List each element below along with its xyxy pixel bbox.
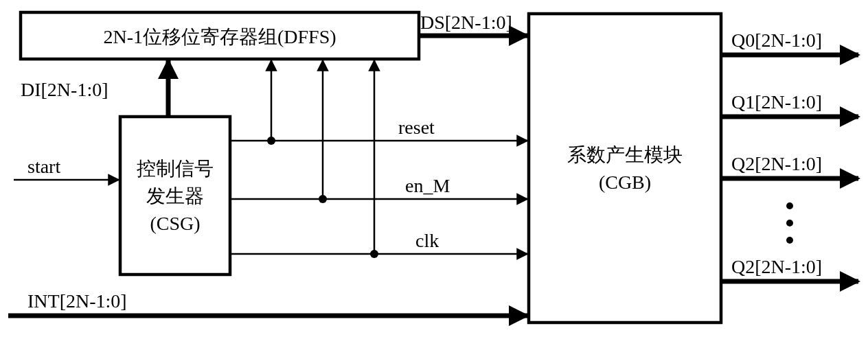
label-start: start: [27, 156, 60, 177]
block-cgb-label2: (CGB): [599, 172, 651, 193]
ellipsis-dot: [786, 220, 793, 226]
block-csg-label1: 控制信号: [137, 158, 214, 179]
block-cgb-label1: 系数产生模块: [567, 144, 683, 165]
label-enm: en_M: [405, 175, 450, 196]
ellipsis-dot: [786, 202, 793, 209]
block-csg-label3: (CSG): [150, 213, 200, 234]
block-cgb: [529, 14, 721, 323]
label-reset: reset: [398, 117, 435, 138]
label-q1: Q1[2N-1:0]: [731, 91, 822, 113]
label-q2b: Q2[2N-1:0]: [731, 256, 822, 277]
label-q2a: Q2[2N-1:0]: [731, 153, 822, 174]
ellipsis-dot: [786, 237, 793, 244]
label-di: DI[2N-1:0]: [21, 79, 108, 100]
block-dffs-label: 2N-1位移位寄存器组(DFFS): [103, 26, 336, 47]
label-ds: DS[2N-1:0]: [420, 12, 512, 33]
label-clk: clk: [415, 230, 439, 251]
label-q0: Q0[2N-1:0]: [731, 30, 822, 51]
label-int: INT[2N-1:0]: [27, 290, 127, 312]
block-csg-label2: 发生器: [146, 185, 204, 207]
block-diagram: 2N-1位移位寄存器组(DFFS) 控制信号 发生器 (CSG) 系数产生模块 …: [0, 0, 868, 350]
